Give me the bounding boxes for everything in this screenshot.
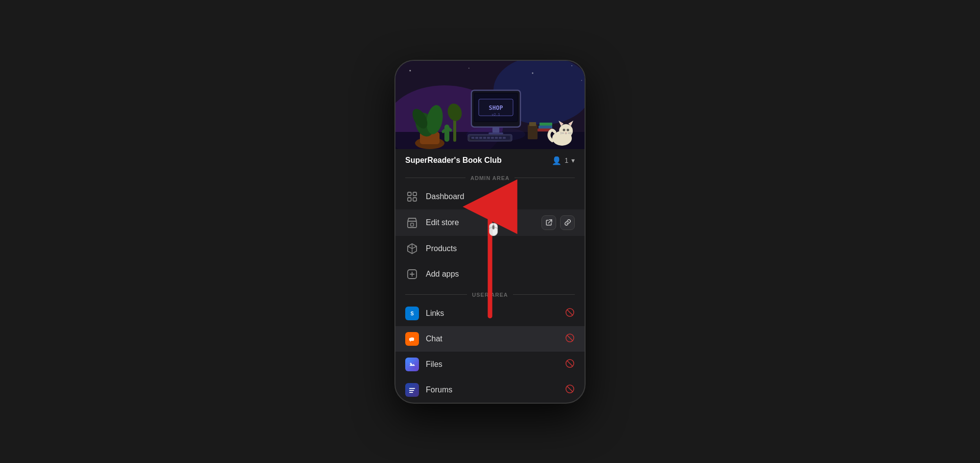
products-icon xyxy=(405,242,419,256)
files-label: Files xyxy=(426,360,558,369)
svg-rect-60 xyxy=(413,198,416,201)
divider-line-left xyxy=(405,178,466,178)
admin-area-label: ADMIN AREA xyxy=(470,175,510,181)
divider-line-right xyxy=(514,178,575,178)
sidebar-item-dashboard[interactable]: Dashboard xyxy=(395,184,585,209)
dashboard-icon xyxy=(405,190,419,204)
edit-store-actions xyxy=(541,215,575,230)
products-label: Products xyxy=(426,244,575,253)
user-count: 1 xyxy=(564,156,568,164)
svg-rect-58 xyxy=(413,192,416,196)
svg-line-77 xyxy=(567,360,573,366)
chat-hidden-icon xyxy=(565,333,575,345)
sidebar-item-files[interactable]: Files xyxy=(395,352,585,377)
svg-text:SHOP: SHOP xyxy=(489,104,503,111)
svg-rect-59 xyxy=(408,198,411,201)
svg-text:S: S xyxy=(411,311,414,316)
external-link-button[interactable] xyxy=(541,215,556,230)
chat-icon xyxy=(405,332,419,346)
svg-rect-57 xyxy=(408,192,411,196)
sidebar-item-chat[interactable]: Chat xyxy=(395,326,585,352)
sidebar-item-add-apps[interactable]: Add apps xyxy=(395,261,585,287)
files-actions xyxy=(565,359,575,370)
forums-hidden-icon xyxy=(565,384,575,396)
dashboard-label: Dashboard xyxy=(426,192,575,201)
svg-text:v2.1: v2.1 xyxy=(492,113,500,117)
user-area-divider: USER AREA xyxy=(395,287,585,301)
sidebar-item-links[interactable]: S Links xyxy=(395,301,585,326)
phone-container: SHOP v2.1 xyxy=(394,60,586,404)
chat-label: Chat xyxy=(426,334,558,343)
add-apps-icon xyxy=(405,267,419,281)
svg-rect-33 xyxy=(528,125,538,139)
forums-icon xyxy=(405,383,419,397)
svg-point-53 xyxy=(468,68,469,69)
user-divider-line-left xyxy=(405,294,467,295)
chain-link-button[interactable] xyxy=(560,215,575,230)
svg-line-70 xyxy=(567,309,573,315)
forums-label: Forums xyxy=(426,386,558,394)
banner: SHOP v2.1 xyxy=(395,61,585,149)
admin-area-divider: ADMIN AREA xyxy=(395,170,585,184)
svg-point-55 xyxy=(571,65,572,66)
header-user-area[interactable]: 👤 1 ▾ xyxy=(552,156,575,165)
links-actions xyxy=(565,308,575,319)
sidebar-item-forums[interactable]: Forums xyxy=(395,377,585,403)
svg-rect-80 xyxy=(409,390,414,391)
svg-point-39 xyxy=(559,124,573,138)
add-apps-label: Add apps xyxy=(426,270,575,279)
chevron-down-icon: ▾ xyxy=(571,156,575,164)
svg-point-44 xyxy=(563,129,565,131)
files-hidden-icon xyxy=(565,359,575,370)
svg-rect-79 xyxy=(409,388,415,389)
svg-rect-61 xyxy=(408,221,416,228)
sidebar-item-edit-store[interactable]: Edit store xyxy=(395,209,585,236)
svg-rect-62 xyxy=(411,223,414,226)
svg-rect-34 xyxy=(529,122,536,126)
app-title: SuperReader's Book Club xyxy=(405,156,502,165)
svg-point-56 xyxy=(581,80,582,81)
person-icon: 👤 xyxy=(552,156,562,165)
sidebar-item-products[interactable]: Products xyxy=(395,236,585,261)
links-icon: S xyxy=(405,307,419,320)
svg-point-51 xyxy=(466,127,525,142)
banner-scene: SHOP v2.1 xyxy=(395,61,585,149)
svg-point-45 xyxy=(567,129,569,131)
links-label: Links xyxy=(426,309,558,318)
svg-line-83 xyxy=(567,386,573,392)
svg-rect-81 xyxy=(409,392,413,393)
chat-actions xyxy=(565,333,575,345)
links-hidden-icon xyxy=(565,308,575,319)
svg-line-73 xyxy=(567,335,573,341)
user-divider-line-right xyxy=(513,294,575,295)
user-area-label: USER AREA xyxy=(472,292,508,298)
edit-store-label: Edit store xyxy=(426,218,535,227)
forums-actions xyxy=(565,384,575,396)
files-icon xyxy=(405,358,419,371)
svg-point-52 xyxy=(410,70,411,71)
svg-point-75 xyxy=(410,362,412,364)
svg-rect-37 xyxy=(539,123,552,126)
header-bar: SuperReader's Book Club 👤 1 ▾ xyxy=(395,149,585,170)
svg-rect-9 xyxy=(444,125,449,142)
svg-point-54 xyxy=(532,72,534,74)
store-icon xyxy=(405,216,419,230)
svg-rect-36 xyxy=(539,126,552,129)
